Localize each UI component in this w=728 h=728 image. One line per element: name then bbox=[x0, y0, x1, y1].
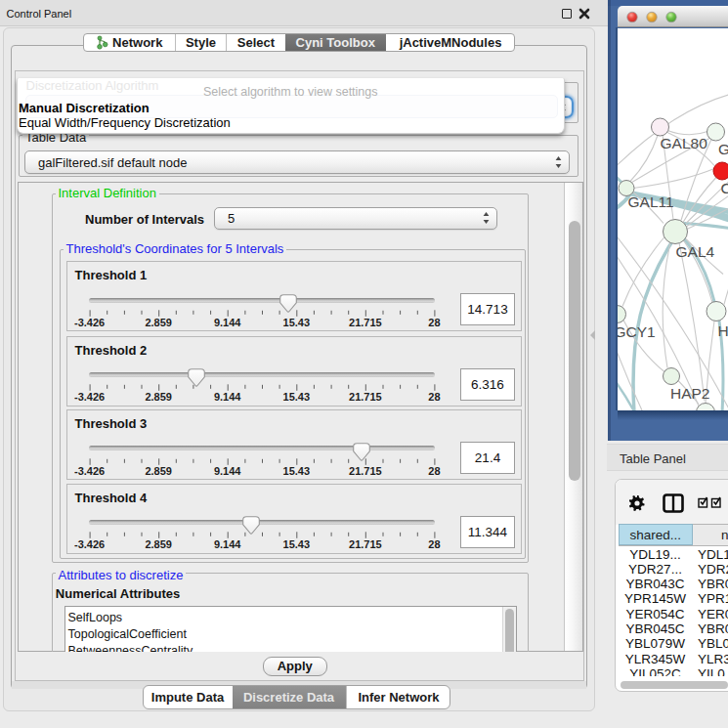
svg-text:C: C bbox=[721, 179, 728, 195]
svg-text:GAL11: GAL11 bbox=[628, 193, 674, 209]
svg-text:GCY1: GCY1 bbox=[618, 322, 656, 339]
svg-text:G.: G. bbox=[718, 141, 728, 157]
svg-text:H: H bbox=[718, 322, 728, 339]
svg-text:GAL80: GAL80 bbox=[661, 135, 708, 151]
svg-text:HAP2: HAP2 bbox=[670, 385, 710, 402]
svg-text:GAL4: GAL4 bbox=[676, 242, 715, 259]
